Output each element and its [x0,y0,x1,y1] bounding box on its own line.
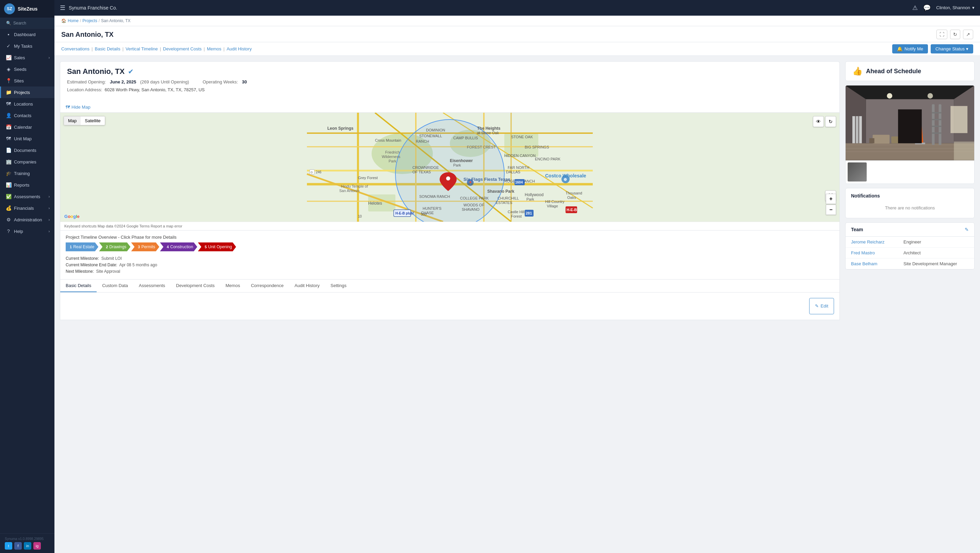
main-photo[interactable] [846,86,974,160]
content-tab-settings[interactable]: Settings [325,280,352,292]
sidebar-item-assessments[interactable]: ✅Assessments› [0,191,54,202]
google-logo: Google [64,214,80,219]
sidebar-item-my-tasks[interactable]: ✓My Tasks [0,40,54,52]
sidebar-item-help[interactable]: ?Help› [0,225,54,237]
table-row: Jerome ReicharzEngineer [846,237,974,247]
sidebar-item-contacts[interactable]: 👤Contacts [0,110,54,121]
notifications-empty: There are no notifications [851,202,969,213]
team-edit-button[interactable]: ✎ [965,227,969,232]
content-tab-assessments[interactable]: Assessments [134,280,170,292]
team-member-name[interactable]: Jerome Reicharz [846,237,898,247]
chat-icon[interactable]: 💬 [923,4,931,11]
svg-text:FAR NORTH: FAR NORTH [508,166,529,170]
map-tab-satellite[interactable]: Satellite [81,116,105,125]
external-link-icon[interactable]: ↗ [963,30,973,39]
nav-link-audit-history[interactable]: Audit History [227,46,252,51]
svg-text:SONOMA RANCH: SONOMA RANCH [419,194,450,199]
content-tab-basic-details[interactable]: Basic Details [60,280,97,292]
tab-content: ✎ Edit [60,293,840,320]
map-container[interactable]: Leon Springs Cross Mountain DOMINION STO… [60,113,840,222]
phase-4[interactable]: 4Construction [160,242,197,251]
content-tab-development-costs[interactable]: Development Costs [170,280,220,292]
refresh-icon[interactable]: ↻ [950,30,960,39]
sidebar-item-documents[interactable]: 📄Documents [0,144,54,156]
user-menu[interactable]: Clinton, Shannon ▾ [936,5,975,10]
map-refresh-icon[interactable]: ↻ [825,116,836,127]
svg-text:DALLAS: DALLAS [506,170,520,174]
team-table: Jerome ReicharzEngineerFred MastroArchit… [846,237,974,269]
sidebar-item-label: Administration [14,217,42,222]
nav-link-conversations[interactable]: Conversations [61,46,89,51]
content-tab-custom-data[interactable]: Custom Data [97,280,134,292]
map-tab-map[interactable]: Map [64,116,81,125]
svg-text:Grey Forest: Grey Forest [358,176,378,180]
instagram-icon[interactable]: ig [33,542,41,550]
timeline-phases: 1Real Estate2Drawings3Permits4Constructi… [66,242,834,251]
map-icon: 🗺 [66,105,70,110]
edit-button[interactable]: ✎ Edit [809,298,834,314]
alert-icon[interactable]: ⚠ [912,4,918,11]
team-member-name[interactable]: Fred Mastro [846,247,898,258]
breadcrumb-home[interactable]: Home [68,18,79,23]
nav-link-vertical-timeline[interactable]: Vertical Timeline [126,46,158,51]
sidebar-item-calendar[interactable]: 📅Calendar [0,121,54,133]
breadcrumb-projects[interactable]: Projects [82,18,97,23]
linkedin-icon[interactable]: in [24,542,31,550]
sidebar-item-financials[interactable]: 💰Financials› [0,202,54,214]
photo-thumb-1[interactable] [848,163,867,182]
nav-link-memos[interactable]: Memos [207,46,221,51]
twitter-icon[interactable]: t [5,542,12,550]
page-title-row: San Antonio, TX ⛶ ↻ ↗ [54,26,980,42]
zoom-out-button[interactable]: − [826,205,836,215]
sites-icon: 📍 [6,78,11,83]
phase-1[interactable]: 1Real Estate [66,242,98,251]
help-icon: ? [6,228,11,234]
sidebar-item-sites[interactable]: 📍Sites [0,75,54,86]
nav-link-development-costs[interactable]: Development Costs [163,46,202,51]
hide-map-button[interactable]: 🗺 Hide Map [66,105,91,110]
phase-2[interactable]: 2Drawings [99,242,130,251]
sidebar-item-companies[interactable]: 🏢Companies [0,156,54,167]
svg-text:1604: 1604 [515,180,523,184]
nav-link-basic-details[interactable]: Basic Details [95,46,121,51]
sidebar-item-locations[interactable]: 🗺Locations [0,98,54,110]
notify-me-button[interactable]: 🔔 Notify Me [892,44,928,53]
chevron-right-icon: › [49,206,50,210]
phase-5[interactable]: 5Unit Opening [198,242,236,251]
sidebar-item-label: Sales [14,55,25,60]
svg-text:at Stone Oak: at Stone Oak [477,131,499,135]
timeline-header[interactable]: Project Timeline Overview - Click Phase … [66,234,834,240]
chevron-right-icon: › [49,56,50,60]
svg-rect-111 [954,142,974,160]
map-toggle-bar: 🗺 Hide Map [60,102,840,113]
sidebar-item-label: Locations [14,102,33,107]
content-tab-audit-history[interactable]: Audit History [289,280,325,292]
hamburger-icon[interactable]: ☰ [60,4,65,11]
facebook-icon[interactable]: f [14,542,22,550]
sidebar-item-label: Projects [14,90,30,95]
schedule-status-text: Ahead of Schedule [866,68,921,75]
svg-text:CAMP BULLIS: CAMP BULLIS [453,136,478,140]
sidebar-item-seeds[interactable]: ◈Seeds [0,63,54,75]
sidebar-item-projects[interactable]: 📁Projects [0,86,54,98]
street-view-icon[interactable]: 👁 [813,116,824,127]
sidebar-item-reports[interactable]: 📊Reports [0,179,54,191]
sidebar-item-sales[interactable]: 📈Sales› [0,52,54,63]
sidebar-item-dashboard[interactable]: ▪Dashboard [0,29,54,40]
phase-3[interactable]: 3Permits [131,242,159,251]
svg-text:CHURCHILL: CHURCHILL [498,196,519,200]
svg-text:📍: 📍 [468,181,473,185]
svg-rect-108 [859,116,862,143]
sidebar-item-administration[interactable]: ⚙Administration› [0,214,54,225]
sidebar-item-training[interactable]: 🎓Training [0,167,54,179]
zoom-in-button[interactable]: + [826,194,836,204]
expand-icon[interactable]: ⛶ [937,30,947,39]
content-tab-memos[interactable]: Memos [220,280,246,292]
table-row: Fred MastroArchitect [846,247,974,258]
team-member-name[interactable]: Base Belham [846,258,898,269]
change-status-button[interactable]: Change Status ▾ [931,44,973,53]
sidebar-search[interactable]: 🔍 Search [0,18,54,29]
sidebar-item-unit-map[interactable]: 🗺Unit Map [0,133,54,144]
content-tab-correspondence[interactable]: Correspondence [245,280,289,292]
sidebar-item-label: Calendar [14,124,32,130]
